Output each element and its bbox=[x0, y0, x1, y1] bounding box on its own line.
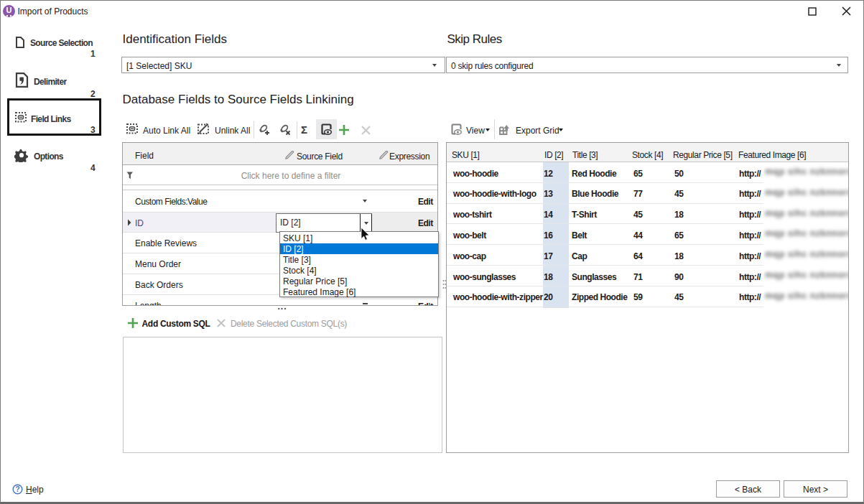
svg-text:?: ? bbox=[16, 485, 20, 493]
